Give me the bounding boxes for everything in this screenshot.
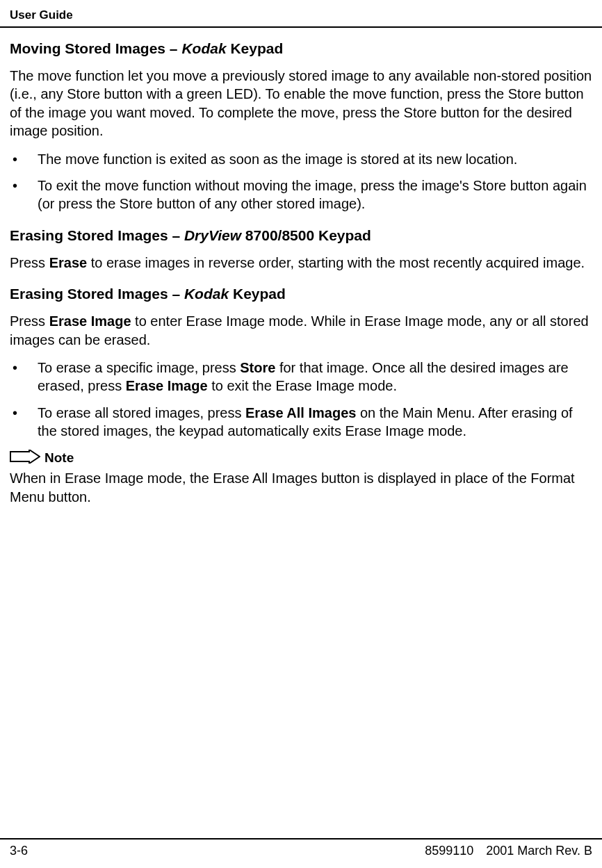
text-fragment: Press <box>10 313 49 329</box>
heading-erasing-dryview: Erasing Stored Images – DryView 8700/850… <box>10 227 592 244</box>
list-item: To erase all stored images, press Erase … <box>10 404 592 441</box>
heading-erasing-kodak: Erasing Stored Images – Kodak Keypad <box>10 286 592 302</box>
heading-prefix: Erasing Stored Images – <box>10 227 184 243</box>
text-bold: Erase All Images <box>245 405 356 420</box>
list-item: The move function is exited as soon as t… <box>10 150 592 168</box>
footer-page-number: 3-6 <box>10 844 28 858</box>
note-block: Note When in Erase Image mode, the Erase… <box>10 450 592 506</box>
para-erasing-kodak-intro: Press Erase Image to enter Erase Image m… <box>10 312 592 349</box>
text-fragment: to erase images in reverse order, starti… <box>87 255 585 270</box>
heading-italic: Kodak <box>184 286 229 302</box>
para-erasing-dryview: Press Erase to erase images in reverse o… <box>10 254 592 272</box>
text-fragment: Press <box>10 255 49 270</box>
heading-italic: DryView <box>184 227 241 243</box>
footer-revision: 2001 March Rev. B <box>486 844 592 858</box>
bullet-list-moving: The move function is exited as soon as t… <box>10 150 592 213</box>
text-bold: Erase <box>49 255 88 270</box>
text-bold: Erase Image <box>49 313 131 329</box>
note-text: When in Erase Image mode, the Erase All … <box>10 469 592 506</box>
heading-italic: Kodak <box>181 40 226 56</box>
footer-right: 8599110 2001 March Rev. B <box>425 844 592 858</box>
page-header: User Guide <box>0 0 602 28</box>
text-fragment: to exit the Erase Image mode. <box>208 378 397 393</box>
heading-suffix: Keypad <box>227 40 284 56</box>
heading-prefix: Erasing Stored Images – <box>10 286 184 302</box>
heading-suffix: 8700/8500 Keypad <box>241 227 371 243</box>
text-fragment: To erase a specific image, press <box>38 360 240 375</box>
list-item: To exit the move function without moving… <box>10 177 592 213</box>
bullet-list-erasing-kodak: To erase a specific image, press Store f… <box>10 359 592 441</box>
note-label: Note <box>44 450 74 466</box>
heading-moving-stored-images-kodak: Moving Stored Images – Kodak Keypad <box>10 40 592 57</box>
footer-docnum: 8599110 <box>425 844 473 858</box>
para-moving-intro: The move function let you move a previou… <box>10 67 592 140</box>
text-bold: Store <box>240 360 275 375</box>
text-fragment: To erase all stored images, press <box>38 405 245 420</box>
header-title: User Guide <box>10 8 592 22</box>
list-item: To erase a specific image, press Store f… <box>10 359 592 395</box>
heading-prefix: Moving Stored Images – <box>10 40 181 56</box>
page-content: Moving Stored Images – Kodak Keypad The … <box>0 28 602 838</box>
page-footer: 3-6 8599110 2001 March Rev. B <box>0 838 602 868</box>
note-arrow-icon <box>10 450 40 466</box>
text-bold: Erase Image <box>126 378 208 393</box>
heading-suffix: Keypad <box>229 286 286 302</box>
note-header-row: Note <box>10 450 592 466</box>
